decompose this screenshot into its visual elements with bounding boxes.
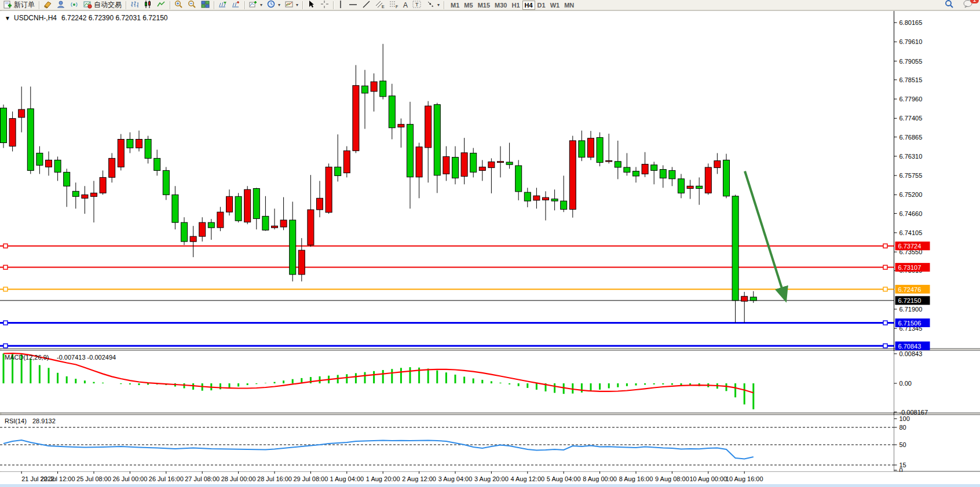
candle	[298, 250, 305, 274]
svg-text:6.71506: 6.71506	[898, 320, 922, 327]
candle	[615, 162, 621, 167]
time-tick-label: 26 Jul 16:00	[149, 475, 184, 482]
vertical-line-tool-button[interactable]	[335, 0, 346, 10]
candle	[118, 140, 124, 167]
templates-button[interactable]: ▾	[283, 0, 301, 10]
time-tick-label: 22 Jul 12:00	[41, 475, 75, 482]
periods-clock-icon	[267, 0, 276, 10]
metaeditor-icon	[43, 0, 52, 10]
macd-pane[interactable]	[0, 351, 894, 412]
candle	[27, 109, 34, 171]
chart-window: 6.801656.796106.790556.785156.779606.774…	[0, 0, 980, 487]
autotrading-button[interactable]: 自动交易	[81, 0, 124, 10]
tf-button-mn[interactable]: MN	[562, 1, 576, 10]
tf-button-h1[interactable]: H1	[509, 1, 522, 10]
svg-text:E: E	[382, 5, 385, 9]
candle	[533, 196, 540, 200]
separator	[333, 1, 334, 9]
rsi-pane[interactable]	[0, 415, 894, 471]
fibonacci-icon: F	[389, 0, 398, 10]
label-tool-button[interactable]: T	[410, 0, 424, 10]
svg-text:6.70843: 6.70843	[898, 343, 922, 350]
indicators-button[interactable]: ▾	[247, 0, 265, 10]
candle	[308, 210, 314, 245]
candle	[714, 161, 721, 168]
macd-name: MACD(12,26,9)	[5, 354, 49, 361]
zoom-in-button[interactable]	[172, 0, 185, 10]
candle	[100, 177, 106, 193]
zoom-out-button[interactable]	[185, 0, 199, 10]
candle	[353, 86, 359, 151]
rsi-value: 28.9132	[32, 418, 56, 424]
tf-button-h4[interactable]: H4	[522, 1, 535, 10]
price-badge-6.72476: 6.72476	[895, 285, 930, 294]
separator	[39, 1, 39, 9]
candle	[732, 196, 738, 301]
equidistant-channel-icon: E	[375, 0, 385, 10]
time-tick-label: 25 Jul 08:00	[76, 475, 111, 482]
chart-title-ohlc: 6.72242 6.72390 6.72031 6.72150	[61, 14, 168, 22]
candle	[461, 153, 467, 177]
candle	[172, 195, 178, 222]
candle	[660, 170, 666, 178]
candle	[244, 189, 251, 222]
price-tick-label: 6.77405	[899, 115, 923, 122]
candle	[181, 222, 188, 241]
mt4-window: 新订单 自动交易	[0, 0, 980, 487]
channel-tool-button[interactable]: E	[373, 0, 387, 10]
signals-button[interactable]	[68, 0, 81, 10]
tf-button-m1[interactable]: M1	[448, 1, 462, 10]
price-tick-label: 6.79055	[899, 58, 923, 65]
price-tick-label: 6.74660	[899, 210, 923, 217]
collapse-arrow-icon[interactable]: ▼	[5, 15, 10, 21]
community-button[interactable]	[54, 0, 68, 10]
candle	[343, 151, 350, 173]
time-axis[interactable]: 21 Jul 202222 Jul 12:0025 Jul 08:0026 Ju…	[0, 471, 980, 484]
candle	[569, 141, 576, 210]
fibonacci-tool-button[interactable]: F	[387, 0, 401, 10]
candle	[524, 192, 531, 201]
tf-button-m30[interactable]: M30	[492, 1, 509, 10]
candle	[651, 165, 657, 171]
text-tool-button[interactable]: A	[401, 0, 410, 10]
tile-windows-button[interactable]	[199, 0, 212, 10]
time-tick-label: 8 Aug 00:00	[583, 475, 617, 482]
horizontal-line-icon	[349, 0, 357, 10]
search-button[interactable]	[942, 0, 956, 10]
candle	[253, 189, 259, 219]
candle	[579, 141, 585, 158]
trendline-icon	[362, 0, 371, 10]
chart-shift-button[interactable]	[229, 0, 243, 10]
cursor-tool-button[interactable]	[305, 0, 318, 10]
toolbar: 新订单 自动交易	[0, 0, 980, 10]
auto-scroll-button[interactable]	[216, 0, 229, 10]
tf-button-w1[interactable]: W1	[548, 1, 562, 10]
crosshair-tool-button[interactable]	[318, 0, 331, 10]
candle	[190, 236, 196, 241]
tf-button-d1[interactable]: D1	[535, 1, 548, 10]
trendline-tool-button[interactable]	[360, 0, 373, 10]
arrows-tool-button[interactable]: ▾	[424, 0, 442, 10]
time-tick-label: 9 Aug 08:00	[655, 475, 689, 482]
tf-button-m5[interactable]: M5	[462, 1, 475, 10]
cursor-icon	[307, 0, 316, 10]
horizontal-line-tool-button[interactable]	[346, 0, 360, 10]
bottom-strip	[0, 484, 980, 487]
toolbar-right-group: 1	[942, 0, 979, 10]
candle	[208, 222, 214, 228]
candlestick-chart-button[interactable]	[141, 0, 155, 10]
bar-chart-button[interactable]	[128, 0, 141, 10]
candle	[262, 216, 269, 230]
candle	[54, 160, 61, 172]
candlestick-chart-icon	[144, 0, 152, 10]
tf-button-m15[interactable]: M15	[476, 1, 492, 10]
chart-plot-area[interactable]	[0, 11, 894, 348]
periods-button[interactable]: ▾	[265, 0, 283, 10]
time-tick-label: 27 Jul 08:00	[185, 475, 220, 482]
candle	[36, 153, 43, 165]
notification-count-badge: 1	[970, 0, 979, 3]
line-chart-button[interactable]	[155, 0, 168, 10]
new-order-button[interactable]: 新订单	[1, 0, 37, 10]
metaeditor-button[interactable]	[41, 0, 54, 10]
time-tick-label: 2 Aug 12:00	[402, 475, 436, 482]
